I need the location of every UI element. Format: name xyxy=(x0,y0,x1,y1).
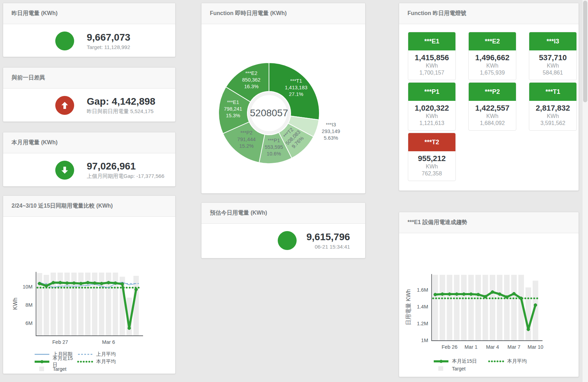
tile-header: ***P1 xyxy=(408,83,455,101)
svg-text:10M: 10M xyxy=(23,284,33,290)
svg-text:8M: 8M xyxy=(26,302,33,308)
panel-today-estimate: 預估今日用電量 (KWh) 9,615,796 06-21 15:34:41 xyxy=(201,202,366,258)
svg-text:1.6M: 1.6M xyxy=(417,287,428,293)
legend-item[interactable]: 上月平均 xyxy=(77,351,121,357)
panel-title: 預估今日用電量 (KWh) xyxy=(201,203,365,224)
legend-item[interactable]: 本月近15日 xyxy=(433,358,488,364)
tile-value: 1,496,662 xyxy=(469,53,516,62)
lights-grid: ***E11,415,856KWh1,700,157***E21,496,662… xyxy=(399,24,579,189)
status-tile: ***E11,415,856KWh1,700,157 xyxy=(408,32,456,80)
tile-value: 1,020,322 xyxy=(408,104,455,113)
tile-unit: KWh xyxy=(408,163,455,170)
legend-item[interactable]: 本月平均 xyxy=(488,358,544,364)
tile-target: 762,358 xyxy=(408,170,455,177)
stat-value: 9,667,073 xyxy=(87,32,130,43)
panel-title: 2/24~3/10 近15日同期用電量比較 (KWh) xyxy=(3,196,175,217)
svg-text:1M: 1M xyxy=(421,338,428,343)
stat-subtitle: 昨日與前日用電量 5,524,175 xyxy=(87,108,155,115)
status-tile: ***I3537,710KWh584,861 xyxy=(529,32,577,80)
legend-label: 本月平均 xyxy=(96,359,116,365)
panel-yesterday-usage: 昨日用電量 (KWh) 9,667,073 Target: 11,128,992 xyxy=(3,3,176,57)
svg-text:日用電量 KWh: 日用電量 KWh xyxy=(405,289,411,325)
panel-title: Function 昨日用電燈號 xyxy=(399,3,579,24)
tile-unit: KWh xyxy=(529,62,576,69)
tile-target: 584,861 xyxy=(529,69,576,76)
tile-header: ***P2 xyxy=(469,83,516,101)
legend-item[interactable]: 本月平均 xyxy=(77,359,121,365)
tile-unit: KWh xyxy=(529,113,576,120)
donut-svg: ***T11,413,18327.1%***I3293,1495.63%***T… xyxy=(201,24,366,194)
legend-label: 本月平均 xyxy=(507,358,527,364)
tile-unit: KWh xyxy=(469,113,516,120)
panel-month-usage: 本月用電量 (KWh) 97,026,961 上個月同期用電Gap: -17,3… xyxy=(3,132,176,187)
donut-chart: ***T11,413,18327.1%***I3293,1495.63%***T… xyxy=(201,24,365,195)
up-arrow-icon xyxy=(55,96,74,115)
legend-swatch-icon xyxy=(433,366,449,371)
tile-target: 1,700,157 xyxy=(408,69,455,76)
tile-header: ***T1 xyxy=(529,83,576,101)
panel-title: ***E1 設備用電達成趨勢 xyxy=(399,212,579,233)
legend-label: Target xyxy=(452,366,466,371)
tile-value: 1,422,557 xyxy=(469,104,516,113)
svg-text:Feb 26: Feb 26 xyxy=(442,344,458,350)
dashboard: 昨日用電量 (KWh) 9,667,073 Target: 11,128,992… xyxy=(0,0,588,382)
panel-title: Function 即時日用電量 (KWh) xyxy=(201,3,365,24)
panel-day-gap: 與前一日差異 Gap: 4,142,898 昨日與前日用電量 5,524,175 xyxy=(3,67,176,122)
tile-value: 2,817,832 xyxy=(529,104,576,113)
stat-subtitle: 06-21 15:34:41 xyxy=(306,244,350,250)
tile-unit: KWh xyxy=(408,113,455,120)
legend-item[interactable]: Target xyxy=(34,366,77,372)
scrollbar-thumb[interactable] xyxy=(583,1,587,102)
panel-title: 昨日用電量 (KWh) xyxy=(3,3,175,24)
stat-value: 9,615,796 xyxy=(306,231,350,243)
tile-value: 537,710 xyxy=(529,53,576,62)
legend-item[interactable]: Target xyxy=(433,366,488,371)
panel-15day-comparison: 2/24~3/10 近15日同期用電量比較 (KWh) 6M8M10MFeb 2… xyxy=(3,195,176,374)
svg-text:Feb 27: Feb 27 xyxy=(52,339,68,345)
svg-text:Mar 4: Mar 4 xyxy=(486,344,499,350)
svg-text:KWh: KWh xyxy=(12,298,18,310)
tile-value: 955,212 xyxy=(408,154,455,163)
stat-value: Gap: 4,142,898 xyxy=(87,96,155,107)
tile-value: 1,415,856 xyxy=(408,53,455,62)
tile-target: 1,684,092 xyxy=(469,120,516,127)
cmpChart-svg: 6M8M10MFeb 27Mar 6KWh xyxy=(3,217,176,347)
panel-status-lights: Function 昨日用電燈號 ***E11,415,856KWh1,700,1… xyxy=(399,3,579,191)
scrollbar[interactable] xyxy=(582,0,588,382)
stat-subtitle: Target: 11,128,992 xyxy=(87,44,130,50)
green-status-circle-icon xyxy=(278,231,297,250)
status-tile: ***P21,422,557KWh1,684,092 xyxy=(468,82,516,131)
svg-text:Mar 6: Mar 6 xyxy=(102,339,115,345)
legend-swatch-icon xyxy=(34,359,50,364)
trend-chart: 1M1.2M1.4M1.6MFeb 26Mar 1Mar 4Mar 7Mar 1… xyxy=(399,233,579,355)
legend-label: 上月平均 xyxy=(96,351,116,357)
panel-title: 本月用電量 (KWh) xyxy=(3,132,175,153)
legend-label: 本月近15日 xyxy=(452,358,477,364)
panel-title: 與前一日差異 xyxy=(3,68,175,89)
svg-text:Mar 7: Mar 7 xyxy=(508,344,520,350)
green-status-circle-icon xyxy=(55,32,74,50)
status-tile: ***T2955,212KWh762,358 xyxy=(408,133,456,181)
svg-text:1.4M: 1.4M xyxy=(417,304,428,310)
status-tile: ***P11,020,322KWh1,121,613 xyxy=(408,82,456,131)
legend-swatch-icon xyxy=(488,359,504,364)
legend-swatch-icon xyxy=(433,359,449,364)
svg-text:Mar 10: Mar 10 xyxy=(527,344,543,350)
tile-header: ***E1 xyxy=(408,32,455,50)
comparison-legend: 上月同期上月平均本月近15日本月平均Target xyxy=(3,350,175,373)
legend-swatch-icon xyxy=(77,359,93,364)
trendChart-svg: 1M1.2M1.4M1.6MFeb 26Mar 1Mar 4Mar 7Mar 1… xyxy=(399,233,579,354)
stat-value: 97,026,961 xyxy=(87,161,164,172)
tile-header: ***I3 xyxy=(529,32,576,50)
svg-text:6M: 6M xyxy=(26,320,33,326)
legend-swatch-icon xyxy=(77,352,93,357)
tile-unit: KWh xyxy=(408,62,455,69)
stat-subtitle: 上個月同期用電Gap: -17,377,566 xyxy=(87,173,164,180)
tile-header: ***T2 xyxy=(408,133,455,151)
tile-target: 1,121,613 xyxy=(408,120,455,127)
panel-realtime-donut: Function 即時日用電量 (KWh) ***T11,413,18327.1… xyxy=(201,3,366,194)
tile-unit: KWh xyxy=(469,62,516,69)
down-arrow-icon xyxy=(55,161,74,180)
status-tile: ***T12,817,832KWh3,591,562 xyxy=(529,82,577,131)
svg-text:***I3293,1495.63%: ***I3293,1495.63% xyxy=(322,122,340,141)
